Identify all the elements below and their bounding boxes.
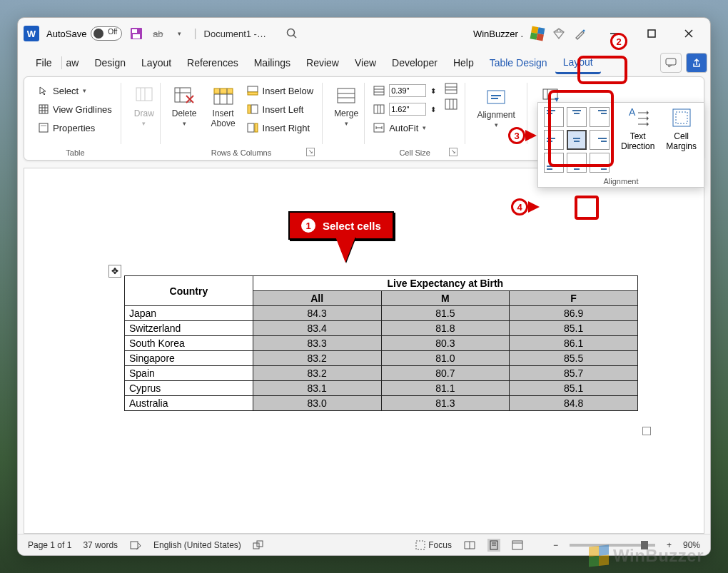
tab-file[interactable]: File <box>28 53 60 73</box>
view-gridlines-button[interactable]: View Gridlines <box>37 101 113 117</box>
undo-dropdown-icon[interactable]: ▾ <box>172 26 186 41</box>
watermark: WinBuzzer <box>589 546 704 566</box>
table-move-handle[interactable]: ✥ <box>108 265 121 278</box>
header-all[interactable]: All <box>253 291 381 306</box>
focus-button[interactable]: Focus <box>415 540 452 550</box>
tab-table-design[interactable]: Table Design <box>482 53 555 73</box>
svg-rect-59 <box>543 89 557 99</box>
status-words[interactable]: 37 words <box>83 540 118 550</box>
text-direction-button[interactable]: A Text Direction <box>614 107 654 151</box>
table-row[interactable]: Singapore83.281.085.5 <box>125 351 638 366</box>
table-row[interactable]: Spain83.280.785.7 <box>125 366 638 381</box>
svg-rect-74 <box>416 541 425 549</box>
merge-button[interactable]: Merge▾ <box>330 83 363 128</box>
group-draw: Draw▾ <box>121 81 160 160</box>
table-row[interactable]: Switzerland83.481.885.1 <box>125 321 638 336</box>
align-bottom-center[interactable] <box>567 153 587 173</box>
dialog-launcher-icon[interactable]: ↘ <box>306 148 315 156</box>
dist-rows-button[interactable] <box>445 83 457 94</box>
brush-icon[interactable] <box>573 26 587 41</box>
svg-rect-37 <box>248 105 251 113</box>
svg-rect-1 <box>132 29 137 33</box>
spellcheck-icon[interactable] <box>129 540 142 550</box>
header-m[interactable]: M <box>381 291 510 306</box>
svg-rect-70 <box>676 112 687 123</box>
tab-design[interactable]: Design <box>86 53 133 73</box>
insert-right-button[interactable]: Insert Right <box>246 120 315 136</box>
insert-below-button[interactable]: Insert Below <box>246 83 315 98</box>
insert-left-button[interactable]: Insert Left <box>246 101 315 117</box>
share-icon[interactable] <box>686 53 707 73</box>
align-center-center[interactable] <box>567 130 587 150</box>
table-row[interactable]: South Korea83.380.386.1 <box>125 336 638 351</box>
zoom-out-icon[interactable]: − <box>553 540 558 550</box>
maximize-button[interactable] <box>636 23 667 44</box>
tab-help[interactable]: Help <box>445 53 482 73</box>
header-span[interactable]: Live Expectancy at Birth <box>253 276 637 291</box>
svg-rect-78 <box>512 541 522 549</box>
align-center-left[interactable] <box>544 130 564 150</box>
svg-rect-35 <box>248 92 258 95</box>
document-area[interactable]: ✥ Country Live Expectancy at Birth All M… <box>24 168 704 534</box>
alignment-button[interactable]: Alignment▾ <box>472 83 520 130</box>
read-mode-icon[interactable] <box>463 540 476 550</box>
status-language[interactable]: English (United States) <box>153 540 241 550</box>
alignment-grid <box>544 107 610 173</box>
align-panel-group-label: Alignment <box>544 173 698 186</box>
svg-rect-31 <box>214 88 233 93</box>
web-layout-icon[interactable] <box>512 540 523 550</box>
accessibility-icon[interactable] <box>253 540 264 550</box>
tab-developer[interactable]: Developer <box>384 53 445 73</box>
save-icon[interactable] <box>129 26 143 41</box>
tab-layout-page[interactable]: Layout <box>133 53 179 73</box>
align-top-center[interactable] <box>567 107 587 127</box>
word-window: W AutoSave Off ab ▾ | Document1 -… WinBu… <box>17 17 711 556</box>
cube-icon[interactable] <box>530 26 545 41</box>
properties-button[interactable]: Properties <box>37 120 113 136</box>
row-height-input[interactable] <box>389 84 426 97</box>
dist-cols-button[interactable] <box>445 98 457 110</box>
print-layout-icon[interactable] <box>487 539 500 552</box>
arrow-step4 <box>528 201 540 213</box>
select-button[interactable]: Select▾ <box>37 83 113 98</box>
distribute-rows-icon[interactable]: ⬍ <box>372 83 438 98</box>
table-row[interactable]: Japan84.381.586.9 <box>125 306 638 321</box>
header-f[interactable]: F <box>510 291 638 306</box>
title-bar: W AutoSave Off ab ▾ | Document1 -… WinBu… <box>18 18 710 49</box>
tab-view[interactable]: View <box>347 53 384 73</box>
status-page[interactable]: Page 1 of 1 <box>28 540 71 550</box>
table-resize-handle[interactable] <box>642 427 651 435</box>
align-center-right[interactable] <box>590 130 610 150</box>
comments-icon[interactable] <box>660 53 682 73</box>
dialog-launcher-icon[interactable]: ↘ <box>449 148 457 156</box>
svg-rect-71 <box>131 542 138 549</box>
tab-table-layout[interactable]: Layout <box>555 52 601 74</box>
insert-above-button[interactable]: Insert Above <box>207 83 240 130</box>
distribute-cols-icon[interactable]: ⬍ <box>372 101 438 117</box>
svg-rect-50 <box>445 83 457 93</box>
align-top-left[interactable] <box>544 107 564 127</box>
group-merge: Merge▾ <box>323 81 364 160</box>
search-icon[interactable] <box>285 26 299 41</box>
tab-mailings[interactable]: Mailings <box>246 53 298 73</box>
autosave-toggle[interactable]: Off <box>91 26 122 41</box>
autofit-button[interactable]: AutoFit▾ <box>372 120 438 136</box>
delete-button[interactable]: Delete▾ <box>168 83 201 128</box>
align-top-right[interactable] <box>590 107 610 127</box>
table-row[interactable]: Cyprus83.181.185.1 <box>125 381 638 396</box>
ribbon-tabs: File aw Design Layout References Mailing… <box>18 49 710 76</box>
col-width-input[interactable] <box>389 103 426 116</box>
tab-draw-partial[interactable]: aw <box>64 53 87 73</box>
align-bottom-right[interactable] <box>590 153 610 173</box>
cell-margins-button[interactable]: Cell Margins <box>659 107 697 151</box>
table-row[interactable]: Australia83.081.384.8 <box>125 396 638 411</box>
diamond-icon[interactable] <box>552 26 566 41</box>
align-bottom-left[interactable] <box>544 153 564 173</box>
close-button[interactable] <box>673 23 704 44</box>
tab-references[interactable]: References <box>179 53 246 73</box>
header-country[interactable]: Country <box>125 276 253 306</box>
strikethrough-icon[interactable]: ab <box>151 26 165 41</box>
account-name[interactable]: WinBuzzer . <box>473 29 523 39</box>
tab-review[interactable]: Review <box>298 53 347 73</box>
data-table[interactable]: Country Live Expectancy at Birth All M F… <box>124 275 638 411</box>
